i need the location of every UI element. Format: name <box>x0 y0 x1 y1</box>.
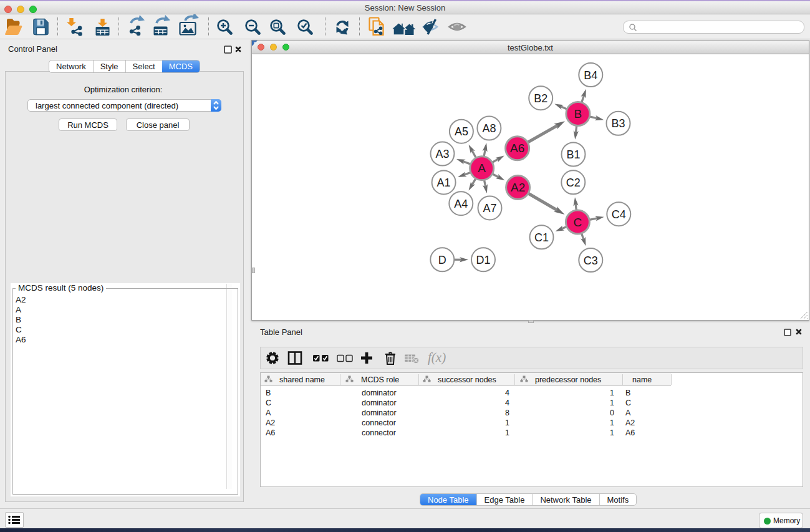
svg-text:A: A <box>478 162 486 175</box>
svg-text:D1: D1 <box>476 254 490 266</box>
svg-text:D: D <box>438 254 446 266</box>
svg-text:C: C <box>574 216 582 229</box>
svg-text:A3: A3 <box>435 148 449 160</box>
svg-text:C2: C2 <box>566 177 581 189</box>
svg-text:A2: A2 <box>511 181 525 194</box>
svg-text:A1: A1 <box>437 177 451 189</box>
svg-text:B1: B1 <box>566 148 580 161</box>
svg-text:C4: C4 <box>612 208 626 221</box>
svg-text:B3: B3 <box>611 117 625 130</box>
svg-text:C1: C1 <box>534 231 549 244</box>
svg-text:A6: A6 <box>510 142 524 155</box>
svg-text:A8: A8 <box>482 122 496 135</box>
svg-text:B4: B4 <box>584 69 597 82</box>
svg-text:B2: B2 <box>534 92 547 105</box>
svg-text:A4: A4 <box>454 198 468 210</box>
svg-text:A7: A7 <box>483 202 496 215</box>
svg-text:A5: A5 <box>455 125 468 138</box>
svg-text:B: B <box>574 107 582 120</box>
svg-text:C3: C3 <box>584 254 598 267</box>
